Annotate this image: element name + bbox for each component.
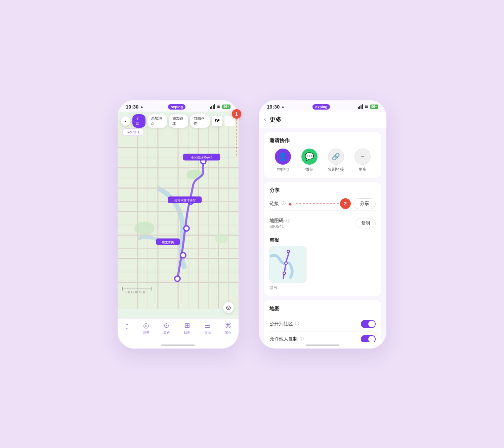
svg-point-26 <box>215 233 228 243</box>
time-right: 19:30 <box>267 104 280 110</box>
map-image-button[interactable]: 🗺 <box>212 116 222 126</box>
svg-point-49 <box>288 250 289 252</box>
poster-title: 海报 <box>269 237 376 243</box>
allow-copy-info-icon[interactable]: ⓘ <box>300 336 304 342</box>
status-bar-left: 19:30 ▲ oxping ≋ 96+ <box>118 100 239 112</box>
display-label: 显示 <box>204 330 211 335</box>
nav-icon-left: ▲ <box>140 105 143 109</box>
scene: 19:30 ▲ oxping ≋ 96+ <box>118 100 386 349</box>
public-info-icon[interactable]: ⓘ <box>295 321 299 327</box>
battery-left: 96+ <box>222 105 230 109</box>
link-row: 链接 ⓘ ◆ 2 分享 <box>269 198 376 209</box>
diamond-icon: ◆ <box>288 201 292 206</box>
share-section: 分享 链接 ⓘ ◆ 2 分享 <box>264 182 381 296</box>
svg-point-53 <box>284 272 285 274</box>
copy-button[interactable]: 复制 <box>355 218 376 228</box>
nav-home[interactable]: ⌃ ⌃ <box>125 323 129 333</box>
adjust-icon: ◎ <box>143 321 149 329</box>
action-add-route[interactable]: 添加路线 <box>169 114 188 128</box>
exping-avatar: 👤 <box>275 149 291 165</box>
signal-right <box>358 104 363 109</box>
adjust-label: 调整 <box>143 330 150 335</box>
svg-text:金沙遗址博物馆: 金沙遗址博物馆 <box>191 156 212 159</box>
invite-title: 邀请协作 <box>269 137 376 144</box>
battery-right: 96+ <box>370 105 378 109</box>
display-icon: ☰ <box>205 321 211 329</box>
exping-label: exping <box>277 167 289 171</box>
map-svg: 金沙遗址博物馆 杜甫草堂博物馆 锦里古街 1公里 2公里 3公里 <box>118 112 239 318</box>
dashed-line-container: 2 <box>295 198 351 209</box>
map-area: 金沙遗址博物馆 杜甫草堂博物馆 锦里古街 1公里 2公里 3公里 ‹ 全部 添加… <box>118 112 239 318</box>
map-settings-title: 地图 <box>269 306 376 312</box>
wifi-icon-left: ≋ <box>217 104 220 109</box>
action-all[interactable]: 全部 <box>132 114 145 128</box>
annotation-1-line <box>237 119 237 156</box>
right-phone: 19:30 ▲ oxping ≋ 96+ ‹ 更多 <box>259 100 386 349</box>
svg-point-32 <box>184 226 188 230</box>
left-phone: 19:30 ▲ oxping ≋ 96+ <box>118 100 239 349</box>
panel-title: 更多 <box>269 116 282 124</box>
map-code-info-icon[interactable]: ⓘ <box>286 218 290 223</box>
sticker-icon: ⊞ <box>184 321 190 329</box>
copy-link-label: 复制链接 <box>328 167 344 172</box>
svg-point-36 <box>175 277 179 281</box>
map-actions: 全部 添加地点 添加路线 自由创作 <box>132 114 210 128</box>
annotation-2: 2 <box>340 198 351 209</box>
invite-row: 👤 exping 💬 微信 🔗 复制链接 <box>269 149 376 172</box>
panel-content: 邀请协作 👤 exping 💬 微信 <box>259 128 386 342</box>
invite-more[interactable]: ··· 更多 <box>354 149 371 172</box>
wechat-avatar: 💬 <box>301 149 318 165</box>
public-toggle[interactable] <box>361 320 376 328</box>
action-add-place[interactable]: 添加地点 <box>148 114 167 128</box>
allow-copy-toggle-row: 允许他人复制 ⓘ <box>269 332 376 342</box>
route-chip[interactable]: Route 1 <box>122 128 144 136</box>
invite-exping[interactable]: 👤 exping <box>275 149 291 172</box>
nav-sticker[interactable]: ⊞ 贴图 <box>184 321 191 335</box>
close-label: 闭合 <box>225 330 232 335</box>
svg-point-25 <box>134 221 155 235</box>
svg-point-24 <box>186 169 203 179</box>
color-label: 颜色 <box>163 330 170 335</box>
nav-adjust[interactable]: ◎ 调整 <box>143 321 150 335</box>
map-code-label: 地图码 <box>269 218 284 223</box>
poster-sublabel: 路线 <box>269 285 278 291</box>
invite-section: 邀请协作 👤 exping 💬 微信 <box>264 132 381 178</box>
poster-container: 路线 <box>269 246 376 291</box>
share-button[interactable]: 分享 <box>353 198 376 209</box>
map-back-button[interactable]: ‹ <box>121 116 130 126</box>
more-label: 更多 <box>359 167 367 172</box>
invite-copy-link[interactable]: 🔗 复制链接 <box>328 149 344 172</box>
dashed-line <box>296 203 339 204</box>
action-free-create[interactable]: 自由创作 <box>190 114 210 128</box>
svg-text:杜甫草堂博物馆: 杜甫草堂博物馆 <box>174 198 196 202</box>
map-settings-section: 地图 公开到社区 ⓘ 允许他人复制 ⓘ <box>264 300 381 342</box>
svg-text:1公里 2公里 3公里: 1公里 2公里 3公里 <box>123 290 145 293</box>
share-title: 分享 <box>269 187 376 194</box>
time-left: 19:30 <box>126 104 138 110</box>
poster-preview[interactable] <box>269 246 306 283</box>
copy-link-avatar: 🔗 <box>328 149 344 165</box>
link-info-icon[interactable]: ⓘ <box>282 201 286 206</box>
nav-icon-right: ▲ <box>281 105 285 109</box>
nav-close[interactable]: ⌘ 闭合 <box>225 321 232 335</box>
color-icon: ⊙ <box>164 321 169 329</box>
compass-button[interactable]: ◎ <box>223 302 234 313</box>
oxping-badge-left: oxping <box>168 104 185 110</box>
allow-copy-toggle[interactable] <box>361 335 376 342</box>
nav-display[interactable]: ☰ 显示 <box>204 321 211 335</box>
nav-color[interactable]: ⊙ 颜色 <box>163 321 170 335</box>
panel-back-button[interactable]: ‹ <box>264 116 266 123</box>
map-toolbar: ‹ 全部 添加地点 添加路线 自由创作 🗺 ··· <box>121 114 235 128</box>
link-label: 链接 <box>269 201 279 207</box>
home-indicator-left <box>118 342 239 349</box>
signal-left <box>210 104 215 109</box>
invite-wechat[interactable]: 💬 微信 <box>301 149 318 172</box>
annotation-1: 1 <box>232 109 241 119</box>
wifi-icon-right: ≋ <box>365 104 368 109</box>
public-label: 公开到社区 <box>269 321 293 327</box>
more-avatar: ··· <box>354 149 371 165</box>
svg-text:锦里古街: 锦里古街 <box>162 240 174 244</box>
wechat-label: 微信 <box>305 167 313 172</box>
svg-point-51 <box>285 262 287 264</box>
public-toggle-row: 公开到社区 ⓘ <box>269 317 376 332</box>
